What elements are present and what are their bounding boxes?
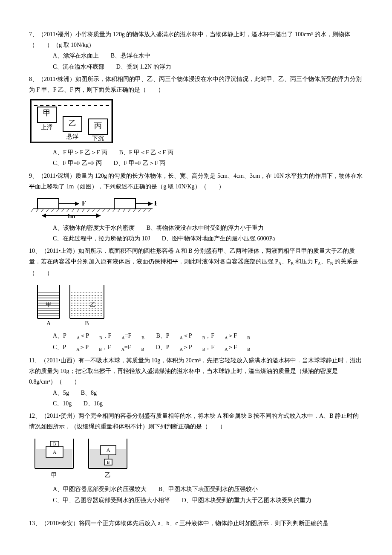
fig8-shang-label: 上浮	[41, 124, 53, 130]
q9-option-c: C、在此过程中，拉力所做的功为 10J	[53, 233, 150, 244]
svg-line-7	[31, 209, 33, 212]
svg-marker-36	[148, 202, 153, 206]
svg-rect-31	[37, 199, 59, 209]
q8-option-d: D、F 甲=F 乙＞F 丙	[114, 158, 166, 168]
svg-line-8	[36, 209, 38, 212]
q8-option-c: C、F 甲=F 乙=F 丙	[53, 158, 102, 168]
q11-option-c: C、10g	[53, 398, 72, 409]
svg-marker-38	[42, 214, 46, 218]
svg-marker-33	[75, 202, 79, 206]
fig8-xuan-label: 悬浮	[66, 133, 78, 140]
q11-option-b: B、8g	[81, 387, 97, 398]
svg-marker-39	[96, 214, 101, 218]
svg-line-27	[133, 209, 135, 212]
svg-line-23	[112, 209, 115, 212]
question-9-figure: F F 1m	[29, 194, 363, 220]
svg-line-9	[41, 209, 43, 212]
svg-line-29	[143, 209, 146, 212]
q12-option-a: A、甲图容器底部受到水的压强较大	[53, 484, 147, 494]
question-8-stem: 8、（2011•株洲）如图所示，体积相同的甲、乙、丙三个物体浸没在水中的浮沉情况…	[29, 74, 363, 95]
fig12-jia-label: 甲	[51, 472, 57, 478]
q12-option-c: C、甲、乙图容器底部受到水的压强大小相等	[53, 495, 170, 506]
q9-option-a: A、该物体的密度大于水的密度	[53, 223, 135, 233]
question-9: 9、（2011•深圳）质量为 120g 的匀质的长方体物体，长、宽、高分别是 5…	[29, 171, 363, 244]
fig12-jia-A: A	[53, 449, 57, 455]
question-11: 11、（2011•山西）有一不吸水木球，其质量为 10g，体积为 20cm³，先…	[29, 355, 363, 409]
q7-option-b: B、悬浮在水中	[111, 50, 150, 61]
fig8-jia-label: 甲	[43, 109, 51, 117]
q9-option-b: B、将物体浸没在水中时受到的浮力小于重力	[147, 223, 264, 233]
question-12-stem: 12、（2011•贺州）两个完全相同的容器分别盛有质量相等的水，将木块 A 和金…	[29, 410, 363, 432]
fig10-yi-label: 乙	[90, 301, 96, 308]
question-12-options: A、甲图容器底部受到水的压强较大 B、甲图木块下表面受到水的压强较小 C、甲、乙…	[29, 484, 363, 505]
q10-option-c: C、PA＞PB，FA=FB	[53, 342, 144, 353]
question-10-figure: 甲 A 乙 B	[29, 281, 363, 328]
svg-line-24	[118, 209, 120, 212]
svg-line-13	[61, 209, 64, 212]
question-8: 8、（2011•株洲）如图所示，体积相同的甲、乙、丙三个物体浸没在水中的浮沉情况…	[29, 74, 363, 169]
q10-stem-b: 、P	[282, 258, 291, 265]
fig10-jia-label: 甲	[46, 301, 52, 308]
question-13-stem: 13、（2010•泰安）将同一个正方体物体先后放入 a、b、c 三种液体中，物体…	[29, 518, 363, 529]
fig8-bing-label: 丙	[94, 121, 102, 130]
svg-line-30	[148, 209, 151, 212]
q7-option-a: A、漂浮在水面上	[53, 50, 99, 61]
svg-line-11	[51, 209, 54, 212]
q8-option-a: A、F 甲＞F 乙＞F 丙	[53, 147, 107, 158]
question-9-stem: 9、（2011•深圳）质量为 120g 的匀质的长方体物体，长、宽、高分别是 5…	[29, 171, 363, 192]
q10-sub-b1: B	[291, 261, 294, 266]
svg-line-25	[123, 209, 125, 212]
svg-line-22	[107, 209, 110, 212]
q11-option-a: A、5g	[53, 387, 69, 398]
question-8-figure: 甲 上浮 乙 悬浮 丙 下沉	[29, 98, 363, 145]
svg-line-16	[77, 209, 79, 212]
q10-sub-b2: B	[330, 261, 333, 266]
svg-line-18	[87, 209, 89, 212]
q10-option-b: B、PA＜PB，FA＞FB	[156, 330, 250, 342]
q9-option-d: D、图中物体对地面产生的最小压强 6000Pa	[162, 233, 275, 244]
svg-line-28	[138, 209, 141, 212]
question-10-options: A、PA＜PB，FA=FB B、PA＜PB，FA＞FB C、PA＞PB，FA=F…	[29, 330, 363, 353]
fig10-B-label: B	[85, 320, 89, 327]
svg-line-21	[102, 209, 105, 212]
question-11-options: A、5g B、8g C、10g D、16g	[29, 387, 363, 409]
fig12-yi-A: A	[107, 447, 110, 453]
svg-line-12	[56, 209, 59, 212]
question-10: 10、（2011•上海）如图所示，底面积不同的圆柱形容器 A 和 B 分别盛有甲…	[29, 246, 363, 353]
question-8-options: A、F 甲＞F 乙＞F 丙 B、F 甲＜F 乙＜F 丙 C、F 甲=F 乙=F …	[29, 147, 363, 168]
q10-option-a: A、PA＜PB，FA=FB	[53, 330, 144, 342]
question-7: 7、（2011•福州）小竹将质量为 120g 的物体放入盛满水的溢水杯中，当物体…	[29, 29, 363, 72]
svg-line-10	[46, 209, 49, 212]
q7-option-c: C、沉在溢水杯底部	[53, 61, 104, 72]
q10-option-d: D、PA＞PB，FA＞FB	[156, 342, 250, 353]
svg-line-20	[97, 209, 100, 212]
svg-line-15	[72, 209, 74, 212]
question-7-options: A、漂浮在水面上 B、悬浮在水中 C、沉在溢水杯底部 D、受到 1.2N 的浮力	[29, 50, 363, 72]
question-11-stem: 11、（2011•山西）有一不吸水木球，其质量为 10g，体积为 20cm³，先…	[29, 355, 363, 387]
fig10-A-label: A	[46, 320, 51, 327]
fig9-f2-label: F	[154, 199, 157, 207]
q10-sub-a1: A	[278, 261, 281, 266]
q7-option-d: D、受到 1.2N 的浮力	[116, 61, 171, 72]
q12-option-d: D、甲图木块受到的重力大于乙图木块受到的重力	[182, 495, 311, 506]
svg-line-19	[92, 209, 95, 212]
fig8-xia-label: 下沉	[92, 135, 104, 142]
q8-option-b: B、F 甲＜F 乙＜F 丙	[119, 147, 173, 158]
question-9-options: A、该物体的密度大于水的密度 B、将物体浸没在水中时受到的浮力小于重力 C、在此…	[29, 223, 363, 244]
q12-option-b: B、甲图木块下表面受到水的压强较小	[159, 484, 258, 494]
question-12: 12、（2011•贺州）两个完全相同的容器分别盛有质量相等的水，将木块 A 和金…	[29, 410, 363, 506]
question-10-stem: 10、（2011•上海）如图所示，底面积不同的圆柱形容器 A 和 B 分别盛有甲…	[29, 246, 363, 278]
svg-line-26	[128, 209, 130, 212]
fig9-dist-label: 1m	[67, 213, 75, 220]
fig9-f1-label: F	[82, 199, 86, 207]
q10-stem-c: 和压力 F	[294, 258, 318, 265]
fig12-jia-B: B	[53, 442, 56, 446]
fig8-yi-label: 乙	[69, 119, 76, 127]
fig12-yi-label: 乙	[105, 472, 111, 478]
q10-sub-a2: A	[318, 261, 321, 266]
q10-stem-d: 、F	[321, 258, 330, 265]
q11-option-d: D、16g	[84, 398, 103, 409]
question-13: 13、（2010•泰安）将同一个正方体物体先后放入 a、b、c 三种液体中，物体…	[29, 518, 363, 529]
fig12-yi-B: B	[107, 460, 110, 465]
svg-rect-34	[114, 199, 135, 209]
